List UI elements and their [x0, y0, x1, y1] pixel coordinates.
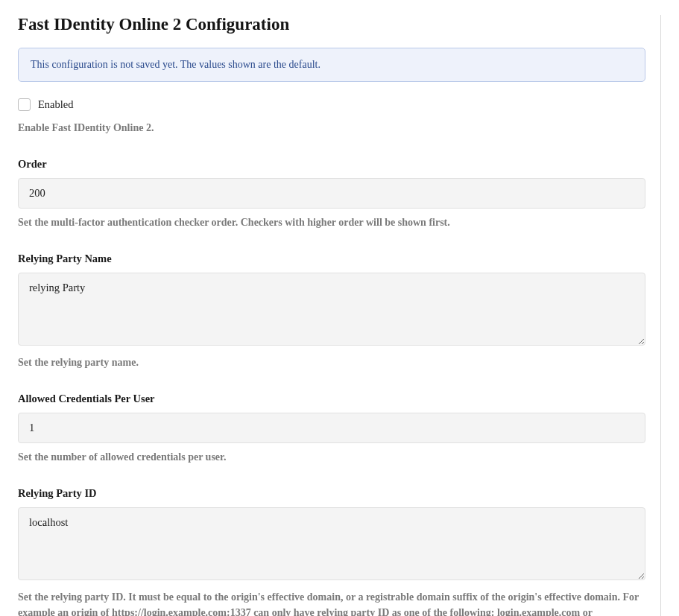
relying-party-id-input[interactable] [18, 507, 645, 580]
order-input[interactable] [18, 178, 645, 209]
allowed-credentials-label: Allowed Credentials Per User [18, 393, 645, 405]
unsaved-alert-text: This configuration is not saved yet. The… [31, 59, 320, 70]
relying-party-name-input[interactable] [18, 273, 645, 346]
allowed-credentials-help: Set the number of allowed credentials pe… [18, 449, 645, 465]
enabled-help: Enable Fast IDentity Online 2. [18, 120, 645, 136]
enabled-label: Enabled [38, 98, 74, 111]
enabled-checkbox[interactable] [18, 98, 31, 111]
order-label: Order [18, 158, 645, 171]
allowed-credentials-input[interactable] [18, 413, 645, 443]
page-title: Fast IDentity Online 2 Configuration [18, 15, 645, 34]
unsaved-alert: This configuration is not saved yet. The… [18, 48, 645, 82]
order-help: Set the multi-factor authentication chec… [18, 215, 645, 230]
relying-party-id-label: Relying Party ID [18, 487, 645, 500]
relying-party-name-help: Set the relying party name. [18, 355, 645, 370]
relying-party-id-help: Set the relying party ID. It must be equ… [18, 589, 645, 616]
relying-party-name-label: Relying Party Name [18, 253, 645, 265]
